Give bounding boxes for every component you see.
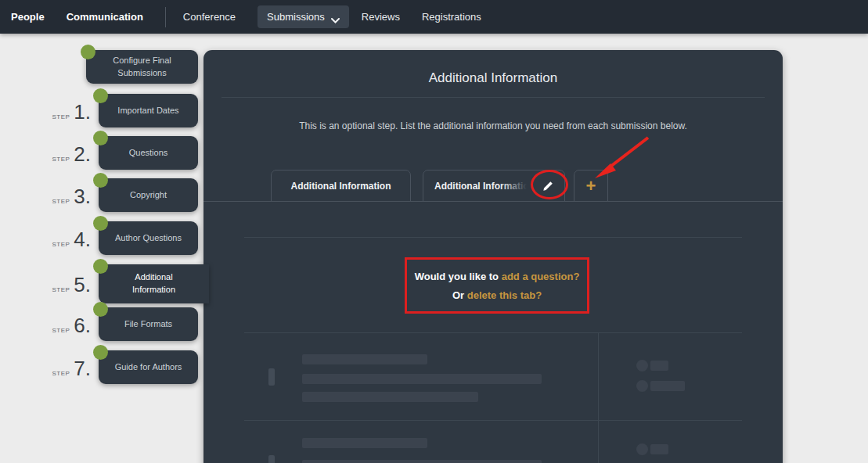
step-label-4: STEP 4. bbox=[31, 228, 91, 252]
nav-item-people[interactable]: People bbox=[11, 11, 45, 23]
add-question-link[interactable]: add a question? bbox=[502, 271, 580, 282]
skeleton-bar bbox=[650, 381, 685, 391]
nav-item-communication[interactable]: Communication bbox=[67, 11, 143, 23]
tab-additional-information-1[interactable]: Additional Information bbox=[271, 170, 411, 202]
sidebar-item-copyright[interactable]: Copyright bbox=[99, 178, 198, 212]
main-panel: Additional Information This is an option… bbox=[203, 50, 783, 463]
step-label-7: STEP 7. bbox=[31, 357, 91, 381]
skeleton-row-divider bbox=[244, 332, 742, 333]
sidebar-item-label: Additional Information bbox=[122, 271, 186, 296]
drag-handle-placeholder bbox=[268, 455, 275, 463]
step-description: This is an optional step. List the addit… bbox=[203, 120, 783, 131]
step-label-1: STEP 1. bbox=[31, 100, 91, 124]
step-label-3: STEP 3. bbox=[31, 185, 91, 209]
sidebar-item-configure-final-submissions[interactable]: Configure Final Submissions bbox=[86, 50, 198, 84]
nav-item-registrations[interactable]: Registrations bbox=[422, 11, 481, 23]
sidebar-item-guide-for-authors[interactable]: Guide for Authors bbox=[99, 350, 198, 384]
skeleton-column-divider bbox=[598, 332, 599, 463]
sidebar-item-label: Configure Final Submissions bbox=[103, 55, 182, 80]
step-status-dot bbox=[93, 131, 108, 145]
sidebar-item-label: File Formats bbox=[124, 318, 172, 331]
step-status-dot bbox=[93, 345, 108, 360]
title-divider bbox=[222, 97, 765, 98]
skeleton-radio bbox=[636, 360, 648, 371]
sidebar-item-label: Guide for Authors bbox=[115, 361, 182, 374]
sidebar-item-additional-information[interactable]: Additional Information bbox=[99, 264, 209, 303]
skeleton-bar bbox=[302, 438, 427, 448]
label-fade bbox=[500, 181, 527, 192]
nav-divider bbox=[165, 7, 166, 27]
skeleton-bar bbox=[302, 392, 478, 402]
skeleton-bar bbox=[650, 361, 668, 371]
tabs-bottom-border bbox=[203, 201, 783, 202]
skeleton-radio bbox=[636, 443, 648, 455]
nav-item-conference[interactable]: Conference bbox=[183, 11, 236, 23]
step-label-6: STEP 6. bbox=[31, 314, 91, 338]
skeleton-bar bbox=[302, 374, 542, 384]
sidebar-item-author-questions[interactable]: Author Questions bbox=[99, 221, 198, 255]
skeleton-row-divider bbox=[244, 420, 742, 421]
chevron-down-icon bbox=[331, 14, 340, 20]
page-title: Additional Information bbox=[203, 70, 783, 86]
sidebar-item-label: Important Dates bbox=[117, 105, 178, 117]
add-tab-button[interactable]: + bbox=[574, 170, 608, 202]
top-navbar: People Communication Conference Submissi… bbox=[0, 0, 868, 34]
step-status-dot bbox=[93, 259, 108, 274]
nav-item-reviews[interactable]: Reviews bbox=[362, 11, 400, 23]
tab-label: Additional Information bbox=[434, 181, 527, 192]
sidebar-item-label: Author Questions bbox=[115, 232, 182, 245]
tab-additional-information-2[interactable]: Additional Information bbox=[423, 170, 565, 202]
step-label-2: STEP 2. bbox=[31, 142, 91, 167]
plus-icon: + bbox=[586, 178, 596, 195]
content-divider bbox=[244, 237, 742, 238]
skeleton-radio bbox=[636, 380, 648, 392]
skeleton-bar bbox=[650, 444, 668, 454]
sidebar-item-file-formats[interactable]: File Formats bbox=[99, 307, 198, 341]
annotation-box: Would you like to add a question? Or del… bbox=[405, 257, 589, 314]
edit-pencil-icon[interactable] bbox=[542, 180, 554, 192]
prompt-line-1: Would you like to add a question? bbox=[415, 271, 580, 282]
step-status-dot bbox=[93, 173, 108, 188]
sidebar-item-important-dates[interactable]: Important Dates bbox=[99, 94, 198, 127]
skeleton-bar bbox=[302, 354, 427, 364]
step-label-5: STEP 5. bbox=[31, 273, 91, 297]
step-status-dot bbox=[81, 45, 95, 59]
skeleton-bar bbox=[302, 460, 542, 463]
sidebar-item-label: Questions bbox=[129, 147, 168, 160]
prompt-line-2: Or delete this tab? bbox=[452, 289, 542, 301]
delete-tab-link[interactable]: delete this tab? bbox=[467, 289, 542, 301]
tab-label: Additional Information bbox=[291, 181, 391, 192]
nav-item-submissions: Submissions bbox=[267, 11, 325, 23]
step-status-dot bbox=[93, 216, 108, 231]
sidebar-item-questions[interactable]: Questions bbox=[99, 136, 198, 170]
sidebar-item-label: Copyright bbox=[130, 189, 167, 202]
nav-submissions-dropdown[interactable]: Submissions bbox=[258, 5, 349, 28]
step-status-dot bbox=[93, 302, 108, 317]
step-status-dot bbox=[93, 88, 108, 103]
drag-handle-placeholder bbox=[268, 368, 275, 386]
